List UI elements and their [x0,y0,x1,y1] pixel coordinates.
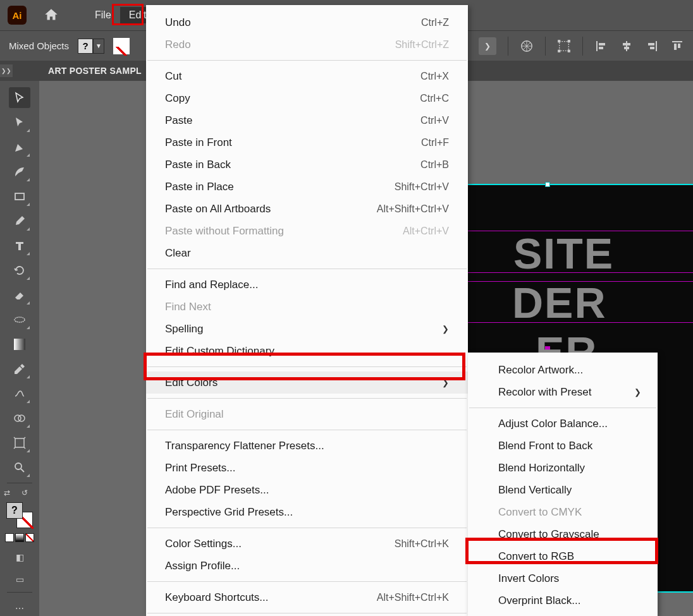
shape-builder-tool[interactable] [9,408,30,428]
main-menu-bar: File Edit [86,7,155,23]
svg-rect-14 [650,47,654,49]
home-icon[interactable] [43,7,59,23]
menu-item-label: Overprint Black... [498,595,580,607]
menu-item-adobe-pdf-presets[interactable]: Adobe PDF Presets... [146,479,468,501]
stroke-swatch-button[interactable] [113,38,130,54]
menu-item-perspective-grid-presets[interactable]: Perspective Grid Presets... [146,501,468,523]
eyedropper-tool[interactable] [9,358,30,379]
menu-item-transparency-flattener-presets[interactable]: Transparency Flattener Presets... [146,435,468,457]
selection-tool[interactable] [9,87,30,108]
menu-item-color-settings[interactable]: Color Settings...Shift+Ctrl+K [146,533,468,555]
menu-item-shortcut: Alt+Ctrl+V [403,226,449,237]
document-tab[interactable]: ART POSTER SAMPL [48,66,142,76]
paintbrush-tool[interactable] [9,210,30,231]
submenu-item-saturate[interactable]: Saturate [468,612,658,616]
recolor-icon[interactable] [520,39,534,53]
expand-panel-icon[interactable]: ❯❯ [0,64,13,77]
edit-colors-submenu: Recolor Artwork...Recolor with Preset❯Ad… [468,353,658,616]
swap-fill-stroke-icon[interactable]: ⇄ [4,488,10,497]
menu-item-shortcut: Ctrl+V [420,115,449,126]
menu-item-shortcut: Ctrl+X [420,71,449,82]
direct-selection-tool[interactable] [9,112,30,133]
rectangle-tool[interactable] [9,186,30,207]
curvature-tool[interactable] [9,161,30,182]
eraser-tool[interactable] [9,284,30,305]
submenu-item-blend-vertically[interactable]: Blend Vertically [468,479,658,501]
color-mode-solid-icon[interactable] [5,533,14,542]
color-mode-none-icon[interactable] [25,533,34,542]
fill-color-icon[interactable]: ? [6,502,23,519]
menu-item-shortcut: Alt+Shift+Ctrl+V [377,203,449,215]
edit-toolbar-icon[interactable]: ⋯ [9,601,30,616]
align-right-icon[interactable] [645,39,659,53]
menu-item-paste-on-all-artboards[interactable]: Paste on All ArtboardsAlt+Shift+Ctrl+V [146,198,468,220]
gradient-tool[interactable] [9,334,30,354]
menu-separator [147,528,467,528]
menu-item-copy[interactable]: CopyCtrl+C [146,87,468,109]
artboard-tool[interactable] [9,432,30,453]
rotate-tool[interactable] [9,260,30,281]
menu-item-paste[interactable]: PasteCtrl+V [146,109,468,131]
menu-item-redo: RedoShift+Ctrl+Z [146,33,468,56]
menu-item-label: Find and Replace... [165,279,258,291]
fill-swatch-button[interactable]: ? [78,39,93,54]
menu-item-edit-colors[interactable]: Edit Colors❯ [146,371,468,394]
menu-item-print-presets[interactable]: Print Presets... [146,457,468,479]
pen-tool[interactable] [9,136,30,157]
submenu-item-blend-front-to-back[interactable]: Blend Front to Back [468,435,658,457]
fill-stroke-indicator[interactable]: ? [6,502,33,528]
blend-tool[interactable] [9,383,30,404]
menu-separator [147,430,467,430]
transform-icon[interactable] [557,39,571,53]
menu-file[interactable]: File [86,7,120,23]
default-fill-stroke-icon[interactable]: ↺ [21,488,28,497]
opału-dropdown-icon[interactable]: ❯ [479,37,496,55]
menu-item-label: Find Next [165,301,211,313]
menu-item-find-next: Find Next [146,296,468,318]
menu-item-paste-without-formatting: Paste without FormattingAlt+Ctrl+V [146,220,468,242]
fill-dropdown-icon[interactable]: ▼ [93,39,104,54]
menu-item-keyboard-shortcuts[interactable]: Keyboard Shortcuts...Alt+Shift+Ctrl+K [146,586,468,608]
submenu-item-recolor-artwork[interactable]: Recolor Artwork... [468,359,658,381]
submenu-item-blend-horizontally[interactable]: Blend Horizontally [468,457,658,479]
menu-item-label: Blend Vertically [498,484,572,497]
menu-item-paste-in-back[interactable]: Paste in BackCtrl+B [146,154,468,176]
menu-item-label: Paste [165,114,192,127]
menu-item-find-and-replace[interactable]: Find and Replace... [146,274,468,296]
menu-item-edit-custom-dictionary[interactable]: Edit Custom Dictionary... [146,340,468,362]
draw-mode-icon[interactable]: ◧ [9,550,30,564]
svg-rect-16 [674,44,677,50]
submenu-item-invert-colors[interactable]: Invert Colors [468,567,658,589]
menu-item-spelling[interactable]: Spelling❯ [146,318,468,340]
align-center-icon[interactable] [620,39,634,53]
menu-item-assign-profile[interactable]: Assign Profile... [146,555,468,577]
menu-item-label: Cut [165,70,181,83]
submenu-item-overprint-black[interactable]: Overprint Black... [468,589,658,612]
menu-item-label: Convert to RGB [498,550,574,563]
menu-separator [147,269,467,269]
submenu-item-convert-to-grayscale[interactable]: Convert to Grayscale [468,523,658,545]
menu-item-label: Recolor Artwork... [498,364,583,377]
submenu-item-recolor-with-preset[interactable]: Recolor with Preset❯ [468,381,658,403]
selection-handle[interactable] [545,182,550,187]
menu-item-label: Color Settings... [165,538,242,550]
screen-mode-icon[interactable]: ▭ [9,572,30,586]
submenu-item-convert-to-rgb[interactable]: Convert to RGB [468,545,658,567]
zoom-tool[interactable] [9,457,30,478]
menu-item-label: Convert to Grayscale [498,528,599,541]
color-mode-gradient-icon[interactable] [15,533,24,542]
type-tool[interactable] [9,235,30,256]
width-tool[interactable] [9,309,30,330]
menu-item-paste-in-place[interactable]: Paste in PlaceShift+Ctrl+V [146,176,468,198]
submenu-item-adjust-color-balance[interactable]: Adjust Color Balance... [468,413,658,435]
align-top-icon[interactable] [670,39,684,53]
menu-separator [147,613,467,613]
menu-item-label: Spelling [165,323,204,335]
menu-item-undo[interactable]: UndoCtrl+Z [146,11,468,33]
menu-item-cut[interactable]: CutCtrl+X [146,65,468,87]
align-left-icon[interactable] [594,39,608,53]
artwork-text: DER [512,278,607,327]
svg-rect-7 [599,43,605,45]
menu-item-paste-in-front[interactable]: Paste in FrontCtrl+F [146,131,468,154]
menu-item-clear[interactable]: Clear [146,242,468,264]
